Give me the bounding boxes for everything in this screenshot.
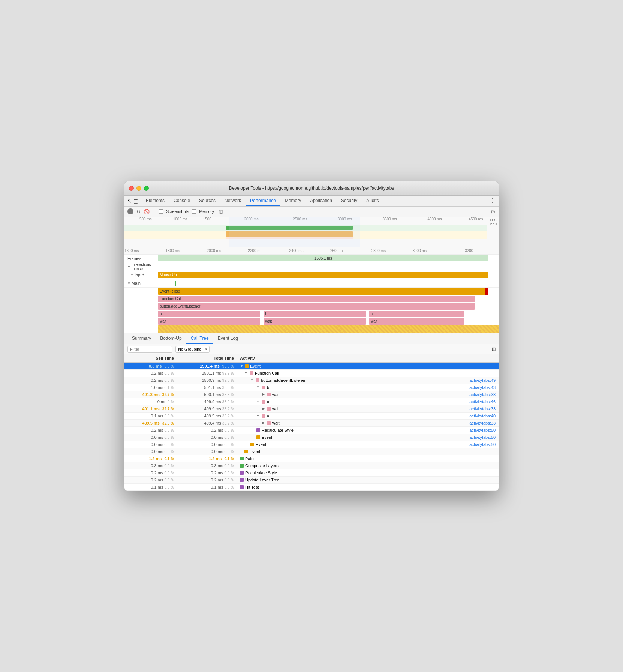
event-color-dot [245, 364, 249, 368]
link-activitytabs50-3[interactable]: activitytabs:50 [469, 442, 496, 447]
link-activitytabs33-3[interactable]: activitytabs:33 [469, 421, 496, 425]
input-track: ▼ Input Mouse Up [124, 271, 499, 279]
reload-button[interactable]: ↻ [136, 209, 141, 214]
table-row[interactable]: 0.1 ms 0.0 % 499.5 ms 33.2 % ▼ a activit… [124, 412, 499, 420]
grouping-wrapper: No Grouping [175, 346, 210, 352]
link-activitytabs50-1[interactable]: activitytabs:50 [469, 428, 496, 432]
close-button[interactable] [129, 186, 134, 191]
frames-track: Frames 1505.1 ms [124, 255, 499, 263]
cpu-chart [124, 231, 487, 239]
table-header: Self Time Total Time Activity [124, 354, 499, 363]
tab-network[interactable]: Network [220, 196, 246, 206]
table-row[interactable]: 489.5 ms 32.6 % 499.4 ms 33.2 % ▶ wait a… [124, 420, 499, 427]
table-row[interactable]: 0.2 ms 0.0 % 0.2 ms 0.0 % Recalculate St… [124, 470, 499, 477]
tab-memory[interactable]: Memory [280, 196, 306, 206]
tab-application[interactable]: Application [306, 196, 337, 206]
ruler-label: 1000 ms [173, 217, 187, 221]
flame-button-listener[interactable]: button.addEventListener [124, 303, 499, 310]
link-activitytabs50-2[interactable]: activitytabs:50 [469, 435, 496, 440]
grouping-select[interactable]: No Grouping [175, 346, 210, 352]
paint-dot [240, 457, 244, 460]
table-row[interactable]: 1.2 ms 0.1 % 1.2 ms 0.1 % Paint [124, 455, 499, 462]
table-row[interactable]: 491.1 ms 32.7 % 499.9 ms 33.2 % ▶ wait a… [124, 405, 499, 412]
btn-listener-dot [256, 378, 259, 382]
right-panel-icon[interactable]: ◫ [492, 346, 496, 351]
device-icon[interactable]: ⬚ [133, 198, 138, 204]
event-dot-2 [256, 435, 260, 439]
main-track-header: ▼ Main [124, 279, 499, 288]
link-activitytabs49[interactable]: activitytabs:49 [469, 378, 496, 382]
flame-function-call[interactable]: Function Call [124, 295, 499, 303]
ruler-label: 3000 ms [338, 217, 352, 221]
table-row[interactable]: 0.0 ms 0.0 % 0.0 ms 0.0 % Event activity… [124, 434, 499, 441]
memory-checkbox[interactable] [192, 209, 196, 214]
link-activitytabs43[interactable]: activitytabs:43 [469, 385, 496, 390]
screenshots-checkbox[interactable] [159, 209, 163, 214]
settings-button[interactable]: ⚙ [490, 208, 496, 215]
link-activitytabs46[interactable]: activitytabs:46 [469, 399, 496, 404]
tab-summary[interactable]: Summary [127, 333, 156, 344]
tab-performance[interactable]: Performance [246, 196, 280, 206]
ruler-label: 3500 ms [383, 217, 397, 221]
table-row[interactable]: 0.0 ms 0.0 % 0.0 ms 0.0 % Event activity… [124, 441, 499, 448]
wait-dot [267, 393, 271, 396]
devtools-window: Developer Tools - https://googlechrome.g… [124, 181, 499, 491]
minimize-button[interactable] [136, 186, 141, 191]
table-row[interactable]: 0.2 ms 0.0 % 0.2 ms 0.0 % Update Layer T… [124, 477, 499, 484]
wait-dot-3 [267, 421, 271, 425]
table-row[interactable]: 491.3 ms 32.7 % 500.1 ms 33.3 % ▶ wait a… [124, 391, 499, 398]
link-activitytabs33-1[interactable]: activitytabs:33 [469, 392, 496, 397]
ruler-label: 2000 ms [244, 217, 258, 221]
b-dot [262, 386, 265, 389]
c-dot [262, 400, 265, 404]
tab-event-log[interactable]: Event Log [213, 333, 243, 344]
clear-button[interactable]: 🗑 [219, 209, 223, 214]
ruler-label: 500 ms [139, 217, 152, 221]
link-activitytabs40[interactable]: activitytabs:40 [469, 414, 496, 418]
table-row[interactable]: 0.2 ms 0.0 % 1500.9 ms 99.8 % ▼ button.a… [124, 377, 499, 384]
header-total-time: Total Time [177, 354, 237, 362]
memory-checkbox-label[interactable]: Memory [192, 209, 214, 214]
tab-elements[interactable]: Elements [141, 196, 169, 206]
recalc-style-dot [256, 428, 260, 432]
filter-input[interactable] [127, 346, 172, 352]
tab-sources[interactable]: Sources [195, 196, 220, 206]
event-dot-3 [250, 442, 254, 446]
cursor-icon[interactable]: ↖ [127, 198, 132, 204]
tab-bottom-up[interactable]: Bottom-Up [156, 333, 186, 344]
table-row[interactable]: 0.3 ms 0.0 % 0.3 ms 0.0 % Composite Laye… [124, 462, 499, 470]
ruler-label: 2500 ms [293, 217, 307, 221]
tab-audits[interactable]: Audits [362, 196, 383, 206]
flame-yellow-bottom [124, 325, 499, 333]
record-button[interactable] [127, 208, 133, 214]
traffic-lights [129, 186, 149, 191]
window-title: Developer Tools - https://googlechrome.g… [129, 186, 494, 191]
maximize-button[interactable] [144, 186, 149, 191]
table-row[interactable]: 0.1 ms 0.0 % 0.1 ms 0.0 % Hit Test [124, 484, 499, 491]
table-row[interactable]: 0.2 ms 0.0 % 1501.1 ms 99.9 % ▼ Function… [124, 370, 499, 377]
a-dot [262, 414, 265, 418]
upper-ruler: 500 ms 1000 ms 1500 2000 ms 2500 ms 3000… [124, 217, 499, 225]
table-row[interactable]: 0.0 ms 0.0 % 0.0 ms 0.0 % Event [124, 448, 499, 455]
ruler-label: 4000 ms [427, 217, 442, 221]
table-row[interactable]: 0.2 ms 0.0 % 0.2 ms 0.0 % Recalculate St… [124, 427, 499, 434]
flame-abc[interactable]: a b c [124, 310, 499, 318]
fps-chart [124, 225, 487, 231]
screenshots-checkbox-label[interactable]: Screenshots [159, 209, 189, 214]
flame-wait[interactable]: wait wait wait [124, 318, 499, 325]
lower-ruler: 1600 ms 1800 ms 2000 ms 2200 ms 2400 ms … [124, 247, 499, 255]
tab-call-tree[interactable]: Call Tree [186, 333, 213, 344]
flame-event-click[interactable]: Event (click) [124, 288, 499, 295]
ruler-label: 1500 [203, 217, 211, 221]
tab-console[interactable]: Console [169, 196, 195, 206]
bottom-tab-bar: Summary Bottom-Up Call Tree Event Log [124, 333, 499, 344]
table-row[interactable]: 0.3 ms 0.0 % 1501.4 ms 99.9 % ▼ Event [124, 363, 499, 370]
timeline-area: 500 ms 1000 ms 1500 2000 ms 2500 ms 3000… [124, 217, 499, 333]
table-row[interactable]: 0 ms 0 % 499.9 ms 33.2 % ▼ c activitytab… [124, 398, 499, 405]
tab-security[interactable]: Security [337, 196, 362, 206]
table-row[interactable]: 1.0 ms 0.1 % 501.1 ms 33.3 % ▼ b activit… [124, 384, 499, 391]
link-activitytabs33-2[interactable]: activitytabs:33 [469, 406, 496, 411]
stop-button[interactable]: 🚫 [144, 209, 150, 214]
lower-timeline: 1600 ms 1800 ms 2000 ms 2200 ms 2400 ms … [124, 247, 499, 333]
more-options-icon[interactable]: ⋮ [490, 197, 496, 204]
